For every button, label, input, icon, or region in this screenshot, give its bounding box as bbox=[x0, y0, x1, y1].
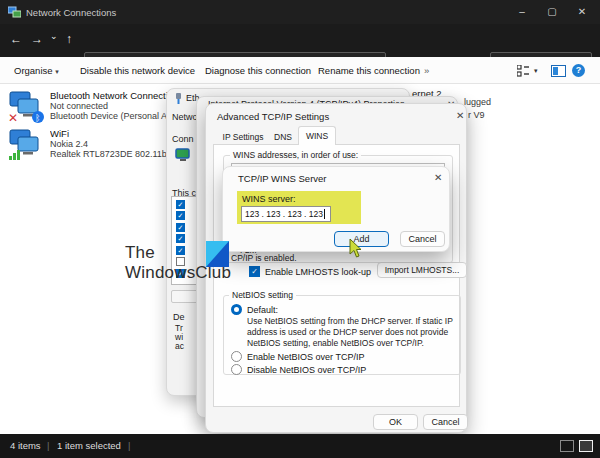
netbios-disable-radio[interactable] bbox=[231, 364, 242, 375]
adapter-device-fragment: r V9 bbox=[468, 110, 485, 120]
status-divider-2: | bbox=[128, 440, 130, 451]
disable-device-button[interactable]: Disable this network device bbox=[80, 65, 195, 76]
maximize-button[interactable]: ▢ bbox=[543, 4, 561, 20]
adapter-name: Bluetooth Network Connection bbox=[50, 90, 168, 101]
netbios-disable-label: Disable NetBIOS over TCP/IP bbox=[247, 365, 366, 375]
window-title: Network Connections bbox=[26, 7, 116, 18]
wins-addresses-group-label: WINS addresses, in order of use: bbox=[230, 150, 361, 160]
windowsclub-logo bbox=[206, 241, 229, 267]
wins-server-input[interactable]: 123 . 123 . 123 . 123 bbox=[241, 206, 331, 222]
rename-connection-button[interactable]: Rename this connection bbox=[318, 65, 420, 76]
netbios-default-radio[interactable] bbox=[231, 304, 242, 315]
details-view-icon[interactable] bbox=[560, 440, 574, 452]
adapter-status-fragment: lugged bbox=[464, 97, 491, 107]
wins-close-icon[interactable]: ✕ bbox=[434, 172, 442, 183]
organise-label: Organise bbox=[14, 65, 53, 76]
cancel-button[interactable]: Cancel bbox=[423, 414, 468, 430]
selected-count: 1 item selected bbox=[57, 440, 121, 451]
thumbnail-view-icon[interactable] bbox=[579, 440, 593, 452]
ok-button[interactable]: OK bbox=[373, 414, 418, 430]
import-lmhosts-button[interactable]: Import LMHOSTS... bbox=[377, 262, 467, 278]
description-fragment-4: ac bbox=[175, 341, 184, 351]
wifi-adapter-icon bbox=[8, 128, 46, 162]
adapter-item-bluetooth[interactable]: ✕ ᛒ Bluetooth Network Connection Not con… bbox=[8, 88, 168, 124]
lmhosts-note-fragment-2: CP/IP is enabled. bbox=[231, 253, 297, 263]
adapter-item-wifi[interactable]: WiFi Nokia 2.4 Realtek RTL8723DE 802.11b… bbox=[8, 126, 168, 162]
adapter-device: Bluetooth Device (Personal Are bbox=[50, 111, 168, 121]
advanced-tcpip-settings-dialog: Advanced TCP/IP Settings ✕ IP Settings D… bbox=[205, 103, 467, 433]
advanced-dialog-title: Advanced TCP/IP Settings bbox=[217, 111, 329, 122]
items-count: 4 items bbox=[10, 440, 41, 451]
adapter-name: WiFi bbox=[50, 128, 168, 139]
connect-using-fragment: Conn bbox=[172, 134, 194, 144]
title-bar: Network Connections – ▢ ✕ bbox=[0, 0, 600, 24]
text-caret bbox=[324, 209, 325, 219]
status-divider: | bbox=[47, 440, 49, 451]
protocol-checkbox[interactable]: ✓ bbox=[176, 211, 185, 220]
status-bar: 4 items | 1 item selected | bbox=[0, 434, 600, 458]
protocol-checkbox[interactable]: ✓ bbox=[176, 200, 185, 209]
protocol-checkbox[interactable]: ✓ bbox=[176, 234, 185, 243]
wins-server-label: WINS server: bbox=[242, 194, 296, 204]
view-options-caret-icon[interactable]: ▾ bbox=[534, 67, 538, 75]
help-icon[interactable]: ? bbox=[572, 64, 585, 77]
preview-pane-icon[interactable] bbox=[551, 65, 566, 77]
tab-wins[interactable]: WINS bbox=[298, 126, 336, 145]
bluetooth-adapter-icon: ✕ ᛒ bbox=[8, 90, 46, 124]
diagnose-connection-button[interactable]: Diagnose this connection bbox=[205, 65, 311, 76]
wins-server-dialog: TCP/IP WINS Server ✕ WINS server: 123 . … bbox=[222, 166, 450, 252]
adapter-device: Realtek RTL8723DE 802.11b/g/n bbox=[50, 149, 168, 159]
organise-caret-icon: ▾ bbox=[55, 68, 59, 75]
back-button[interactable]: ← bbox=[10, 32, 22, 46]
enable-lmhosts-checkbox[interactable]: ✓ bbox=[249, 266, 260, 277]
protocol-checkbox[interactable]: ✓ bbox=[176, 223, 185, 232]
svg-text:ᛒ: ᛒ bbox=[35, 113, 40, 123]
netbios-default-description: Use NetBIOS setting from the DHCP server… bbox=[247, 316, 455, 349]
protocol-checkbox[interactable]: ✓ bbox=[176, 246, 185, 255]
network-adapter-icon bbox=[175, 148, 192, 163]
recent-locations-button[interactable]: ⌄ bbox=[50, 31, 58, 41]
adapter-status: Not connected bbox=[50, 101, 168, 111]
description-fragment-1: De bbox=[173, 312, 185, 322]
command-toolbar: Organise ▾ Disable this network device D… bbox=[0, 57, 600, 84]
tab-dns[interactable]: DNS bbox=[269, 130, 297, 144]
more-commands-button[interactable]: » bbox=[424, 65, 429, 76]
enable-lmhosts-label: Enable LMHOSTS look-up bbox=[265, 267, 371, 277]
app-icon bbox=[8, 6, 21, 19]
mouse-cursor bbox=[348, 238, 363, 259]
adapter-status: Nokia 2.4 bbox=[50, 139, 168, 149]
cancel-button-wins[interactable]: Cancel bbox=[400, 231, 445, 247]
navigation-bar: ← → ⌄ ↑ « All Control Panel Items › Netw… bbox=[0, 24, 600, 57]
minimize-button[interactable]: – bbox=[513, 4, 531, 20]
svg-text:✕: ✕ bbox=[8, 111, 18, 124]
organise-button[interactable]: Organise ▾ bbox=[14, 65, 59, 76]
install-button-fragment[interactable] bbox=[171, 290, 198, 303]
tab-ip-settings[interactable]: IP Settings bbox=[219, 130, 267, 144]
netbios-group-label: NetBIOS setting bbox=[229, 290, 296, 300]
forward-button[interactable]: → bbox=[31, 32, 43, 46]
up-button[interactable]: ↑ bbox=[66, 32, 72, 46]
close-button[interactable]: ✕ bbox=[573, 4, 591, 20]
netbios-enable-radio[interactable] bbox=[231, 351, 242, 362]
wins-dialog-title: TCP/IP WINS Server bbox=[238, 173, 327, 184]
netbios-enable-label: Enable NetBIOS over TCP/IP bbox=[247, 352, 364, 362]
netbios-default-label: Default: bbox=[247, 305, 278, 315]
ethernet-dialog-icon bbox=[174, 93, 183, 104]
advanced-close-icon[interactable]: ✕ bbox=[456, 110, 464, 121]
wins-server-value: 123 . 123 . 123 . 123 bbox=[245, 209, 323, 219]
view-options-icon[interactable] bbox=[517, 65, 530, 77]
networking-tab-fragment[interactable]: Netwo bbox=[172, 112, 198, 122]
watermark-line1: The bbox=[125, 243, 155, 263]
